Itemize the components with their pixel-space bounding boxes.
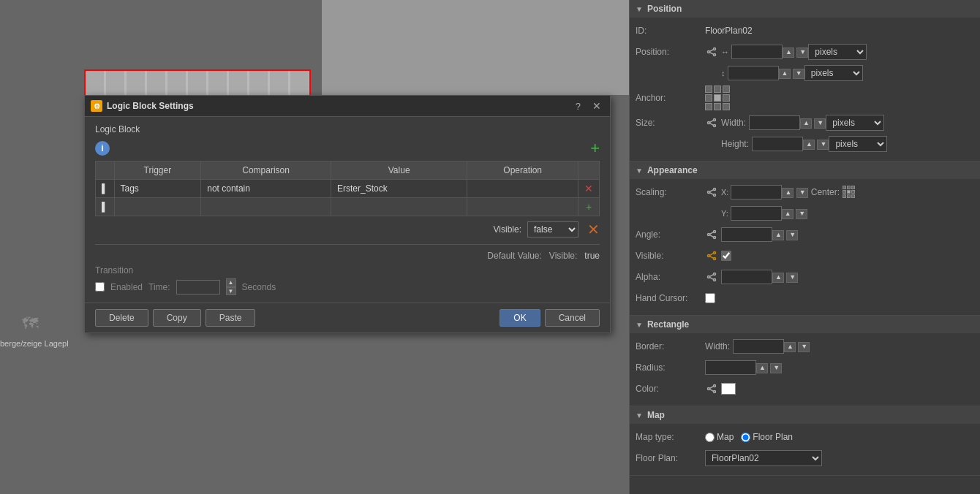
border-width-label: Width: xyxy=(705,341,730,352)
appearance-section-header[interactable]: ▼ Appearance xyxy=(630,162,980,179)
map-type-row: Map type: Map Floor Plan xyxy=(636,428,974,446)
floor-plan-select[interactable]: FloorPlan02 xyxy=(705,450,822,466)
center-mr[interactable] xyxy=(851,190,855,194)
center-bm[interactable] xyxy=(847,194,851,198)
floor-plan-radio-label: Floor Plan xyxy=(741,432,793,442)
pos-y-down[interactable]: ▼ xyxy=(793,69,804,79)
radius-input[interactable]: 0 xyxy=(705,360,756,375)
visible-select[interactable]: false true xyxy=(527,221,578,238)
border-width-input[interactable]: 0 xyxy=(733,339,784,354)
help-button[interactable]: ? xyxy=(573,101,584,112)
color-swatch[interactable] xyxy=(721,383,736,395)
appearance-section-body: Scaling: X: 2,00 ▲ ▼ Center: xyxy=(630,179,980,315)
radius-down[interactable]: ▼ xyxy=(770,363,782,373)
info-icon[interactable]: i xyxy=(95,141,110,156)
scaling-y-up[interactable]: ▲ xyxy=(782,209,794,219)
paste-button[interactable]: Paste xyxy=(206,309,256,327)
anchor-tl[interactable] xyxy=(705,86,712,93)
position-section-header[interactable]: ▼ Position xyxy=(630,0,980,18)
center-tr[interactable] xyxy=(851,186,855,189)
width-unit[interactable]: pixels xyxy=(826,115,884,131)
delete-button[interactable]: Delete xyxy=(95,309,148,327)
floor-plan-radio[interactable] xyxy=(741,433,750,442)
spinner-up[interactable]: ▲ xyxy=(226,278,236,287)
map-section-header[interactable]: ▼ Map xyxy=(630,406,980,424)
visible-checkbox[interactable] xyxy=(721,251,731,261)
border-label: Border: xyxy=(636,341,705,352)
radius-up[interactable]: ▲ xyxy=(756,363,768,373)
anchor-mm[interactable] xyxy=(714,94,721,102)
center-tm[interactable] xyxy=(847,186,851,189)
row-drag-handle[interactable]: ▌ xyxy=(96,180,115,198)
copy-button[interactable]: Copy xyxy=(153,309,201,327)
scaling-x-input[interactable]: 2,00 xyxy=(731,185,782,200)
transition-spinner: ▲ ▼ xyxy=(226,278,236,295)
center-bl[interactable] xyxy=(843,194,846,198)
anchor-tr[interactable] xyxy=(723,86,730,93)
angle-input[interactable]: 0,0 xyxy=(721,227,772,242)
scaling-y-btns: ▲ ▼ xyxy=(782,208,807,219)
hand-cursor-checkbox[interactable] xyxy=(705,293,715,303)
position-y-unit[interactable]: pixels xyxy=(804,65,863,81)
width-down[interactable]: ▼ xyxy=(814,118,826,129)
anchor-bl[interactable] xyxy=(705,103,712,110)
scaling-x-up[interactable]: ▲ xyxy=(782,188,794,198)
svg-line-19 xyxy=(710,235,714,238)
alpha-down[interactable]: ▼ xyxy=(786,273,798,283)
visible-link-icon xyxy=(705,249,718,262)
anchor-bm[interactable] xyxy=(714,103,721,110)
dialog-toolbar: i + xyxy=(95,140,600,156)
position-y-input[interactable]: 112 xyxy=(728,66,779,80)
width-input[interactable]: 306 xyxy=(749,115,800,130)
row-delete-button[interactable]: ✕ xyxy=(584,183,593,194)
svg-line-18 xyxy=(710,232,714,235)
alpha-input[interactable]: 1,000 xyxy=(721,270,772,284)
default-value-row: Default Value: Visible: true xyxy=(95,251,600,261)
anchor-tm[interactable] xyxy=(714,86,721,93)
svg-point-12 xyxy=(714,194,716,197)
position-x-input[interactable]: 157 xyxy=(731,45,783,59)
scaling-y-spinner: 2,00 ▲ ▼ xyxy=(731,206,807,221)
row-add-button[interactable]: + xyxy=(586,201,592,213)
scaling-x-down[interactable]: ▼ xyxy=(796,188,808,198)
spinner-down[interactable]: ▼ xyxy=(226,287,236,296)
center-ml[interactable] xyxy=(843,190,846,194)
rectangle-section-header[interactable]: ▼ Rectangle xyxy=(630,316,980,333)
cancel-button[interactable]: Cancel xyxy=(545,309,600,327)
svg-line-14 xyxy=(710,193,714,195)
border-width-up[interactable]: ▲ xyxy=(784,342,796,352)
rectangle-arrow-icon: ▼ xyxy=(636,321,643,329)
remove-visible-button[interactable]: ✕ xyxy=(587,221,600,238)
scaling-y-down[interactable]: ▼ xyxy=(796,209,807,219)
height-down[interactable]: ▼ xyxy=(817,140,829,150)
position-x-unit[interactable]: pixels xyxy=(808,44,867,60)
scaling-y-input[interactable]: 2,00 xyxy=(731,206,782,221)
close-button[interactable]: ✕ xyxy=(589,100,604,112)
center-br[interactable] xyxy=(851,194,855,198)
map-radio[interactable] xyxy=(705,433,715,442)
center-tl[interactable] xyxy=(843,186,846,189)
anchor-ml[interactable] xyxy=(705,94,712,102)
height-unit[interactable]: pixels xyxy=(829,136,887,152)
visible-label-appearance: Visible: xyxy=(636,251,705,261)
map-section-body: Map type: Map Floor Plan Floor Plan: Fl xyxy=(630,424,980,475)
anchor-br[interactable] xyxy=(723,103,730,110)
height-input[interactable]: 230 xyxy=(752,137,803,151)
add-row-button[interactable]: + xyxy=(590,140,600,156)
anchor-mr[interactable] xyxy=(723,94,730,102)
alpha-up[interactable]: ▲ xyxy=(772,273,784,283)
border-width-down[interactable]: ▼ xyxy=(798,342,810,352)
ok-button[interactable]: OK xyxy=(500,309,540,327)
transition-time-input[interactable]: 1,000 xyxy=(176,280,220,294)
pos-y-up[interactable]: ▲ xyxy=(779,69,791,79)
pos-x-down[interactable]: ▼ xyxy=(796,48,808,58)
angle-up[interactable]: ▲ xyxy=(772,230,784,240)
pos-x-up[interactable]: ▲ xyxy=(783,48,794,58)
width-up[interactable]: ▲ xyxy=(800,118,812,129)
center-mm[interactable] xyxy=(847,190,851,194)
row-drag-handle[interactable]: ▌ xyxy=(96,198,115,216)
angle-down[interactable]: ▼ xyxy=(786,230,798,240)
height-up[interactable]: ▲ xyxy=(803,140,815,150)
transition-enabled-checkbox[interactable] xyxy=(95,282,105,292)
svg-point-16 xyxy=(714,231,716,233)
